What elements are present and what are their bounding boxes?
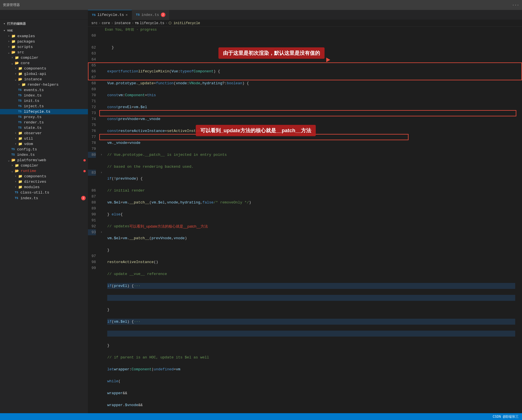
sidebar-item-modules[interactable]: › 📁 modules [0,184,88,190]
sidebar-item-lifecycle-ts[interactable]: TS lifecycle.ts [0,109,88,114]
sidebar-item-runtime[interactable]: ⌄ 📂 runtime [0,168,88,174]
open-editors-section[interactable]: ▾ 打开的编辑器 [0,20,88,28]
fold-icon-93[interactable]: › [100,229,105,235]
tab-ts-badge-lifecycle: TS [92,13,96,17]
vue-section[interactable]: ▾ VUE [0,28,88,33]
sidebar-item-vdom[interactable]: › 📁 vdom [0,141,88,147]
sidebar-item-config-ts[interactable]: TS config.ts [0,147,88,152]
sidebar-item-src[interactable]: ⌄ 📂 src [0,50,88,55]
tab-lifecycle[interactable]: TS lifecycle.ts ✕ [88,10,132,20]
sidebar-label-inject: inject.ts [24,104,44,108]
ts-badge-state: TS [18,126,22,129]
chevron-icon-platforms: ⌄ [8,159,10,162]
chevron-icon-compiler: › [11,56,13,59]
chevron-icon-render-helpers: › [18,83,20,86]
line-87: let wrapper: Component | undefined = vm [107,366,515,372]
dot-platforms [83,159,86,161]
tab-index[interactable]: TS index.ts 2 [132,10,170,20]
line-73: vm.$el = vm.__patch__(vm.$el, vnode, hyd… [107,200,515,205]
sidebar-label-vdom: vdom [24,142,33,146]
fold-icon-83[interactable]: › [100,170,105,176]
sidebar-label-observer: observer [24,131,42,135]
sidebar-label-config: config.ts [17,147,37,152]
sidebar-item-core[interactable]: ⌄ 📂 core [0,60,88,66]
sidebar-item-observer[interactable]: › 📁 observer [0,131,88,136]
sidebar-item-components[interactable]: › 📁 components [0,66,88,71]
tabs-bar: TS lifecycle.ts ✕ TS index.ts 2 [0,10,522,20]
line-81 [107,295,515,301]
line-83: if (vm.$el) {··· [107,319,515,325]
sidebar-item-components-runtime[interactable]: › 📁 components [0,174,88,179]
tab-close-lifecycle[interactable]: ✕ [126,13,128,17]
line-90: wrapper.$vnode && [107,402,515,408]
code-container[interactable]: 由于这里是初次渲染，默认这里是没有值的 可以看到_update方法的核心就是__… [88,33,522,413]
sidebar-item-events-ts[interactable]: TS events.ts [0,87,88,93]
sidebar-item-global-api[interactable]: › 📁 global-api [0,71,88,77]
line-68: vm._vnode = vnode [107,140,515,146]
sidebar-item-packages[interactable]: › 📁 packages [0,39,88,44]
folder-icon-compiler: 📁 [15,56,19,60]
line-61 [107,56,515,62]
tab-label-lifecycle: lifecycle.ts [97,13,124,17]
title-bar-dots[interactable]: ··· [512,3,519,7]
sidebar-label-compiler: compiler [21,56,38,60]
breadcrumb-function: ⬡ initLifecycle [169,21,200,25]
line-74: } else { [107,211,515,217]
sidebar-item-platforms-web[interactable]: ⌄ 📂 platforms\web [0,158,88,163]
sidebar-item-util[interactable]: › 📁 util [0,136,88,141]
ts-badge-class-util: TS [15,191,18,194]
sidebar-item-state-ts[interactable]: TS state.ts [0,125,88,131]
chevron-icon-packages: › [8,40,10,43]
sidebar-item-inject-ts[interactable]: TS inject.ts [0,104,88,109]
breadcrumb-sep2: › [111,21,113,25]
editor-area: src › core › instance › TS lifecycle.ts … [88,20,522,413]
badge-index-runtime: 2 [81,196,86,200]
sidebar-label-modules: modules [24,185,40,189]
sidebar-item-render-ts[interactable]: TS render.ts [0,120,88,125]
line-78: restoreActiveInstance() [107,259,515,265]
sidebar-label-class-util: class-util.ts [20,190,49,195]
folder-icon-vdom: 📁 [18,142,22,146]
line-71: if (!prevVnode) { [107,176,515,182]
sidebar-item-compiler[interactable]: › 📁 compiler [0,55,88,60]
chevron-icon-instance: ⌄ [15,78,16,81]
sidebar-label-components-runtime: components [24,174,46,178]
sidebar-item-index-ts-instance[interactable]: TS index.ts [0,93,88,98]
sidebar-label-runtime: runtime [21,169,36,173]
sidebar-item-compiler-platforms[interactable]: › 📁 compiler [0,163,88,168]
fold-arrows-col: › › › [100,33,105,413]
sidebar-item-init-ts[interactable]: TS init.ts [0,98,88,104]
folder-icon-platforms: 📂 [11,158,16,162]
folder-icon-modules: 📁 [18,185,22,189]
sidebar-item-index-ts-core[interactable]: TS index.ts [0,152,88,158]
line-64: const vm: Component = this [107,92,515,98]
breadcrumb-instance: instance [114,21,131,25]
chevron-icon-util: › [15,137,16,140]
sidebar-label-core: core [21,61,30,65]
ts-badge-lifecycle: TS [18,110,22,113]
tab-label-index: index.ts [141,13,159,17]
sidebar-item-render-helpers[interactable]: › 📁 render-helpers [0,82,88,87]
sidebar-item-proxy-ts[interactable]: TS proxy.ts [0,114,88,120]
fold-icon-80[interactable]: › [100,152,105,158]
sidebar-item-examples[interactable]: › 📁 examples [0,33,88,39]
title-bar: 资源管理器 ··· [0,0,522,10]
sidebar-label-components: components [24,66,46,71]
sidebar-item-instance[interactable]: ⌄ 📂 instance [0,77,88,82]
breadcrumb-ts-badge: TS [135,22,139,25]
tab-ts-badge-index: TS [136,13,140,16]
ts-badge-events: TS [18,89,22,92]
sidebar-label-src: src [17,50,24,54]
breadcrumb-core: core [102,21,110,25]
status-bar: CSDN @前端张三 [0,413,522,420]
sidebar-item-directives[interactable]: › 📁 directives [0,179,88,184]
chevron-icon-observer: › [15,132,16,135]
line-67: const restoreActiveInstance = setActiveI… [107,128,515,134]
sidebar-item-scripts[interactable]: › 📁 scripts [0,44,88,50]
folder-icon-util: 📁 [18,136,22,141]
sidebar-item-class-util-ts[interactable]: TS class-util.ts [0,190,88,195]
line-82: } [107,307,515,313]
sidebar-label-global-api: global-api [24,72,46,76]
git-blame-text: Evan You, 8年前 · progress [105,28,157,32]
sidebar-item-index-ts-runtime[interactable]: TS index.ts 2 [0,195,88,201]
